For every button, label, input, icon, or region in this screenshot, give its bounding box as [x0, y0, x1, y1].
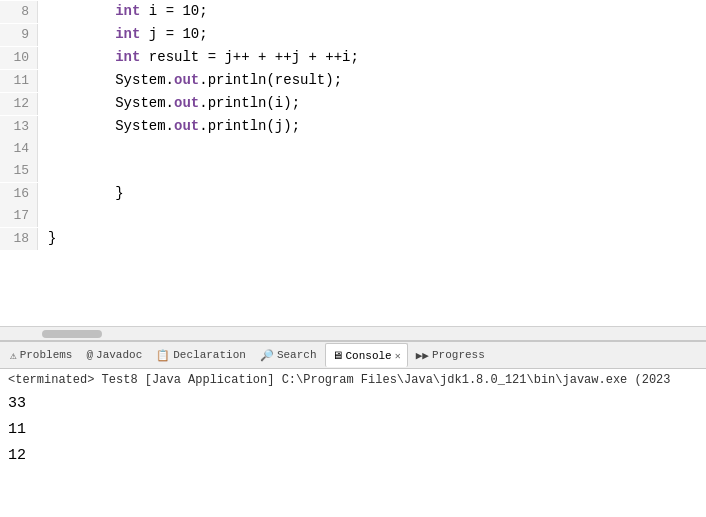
line-code: int j = 10;	[38, 23, 208, 45]
editor-scrollbar[interactable]	[0, 326, 706, 340]
tab-search[interactable]: 🔎Search	[254, 343, 323, 367]
console-output-line: 12	[8, 443, 698, 469]
line-code: System.out.println(i);	[38, 92, 300, 114]
scrollbar-thumb[interactable]	[42, 330, 102, 338]
code-content: 8 int i = 10;9 int j = 10;10 int result …	[0, 0, 706, 326]
code-line: 8 int i = 10;	[0, 0, 706, 23]
line-number: 9	[0, 24, 38, 46]
line-number: 17	[0, 205, 38, 227]
line-number: 13	[0, 116, 38, 138]
code-line: 10 int result = j++ + ++j + ++i;	[0, 46, 706, 69]
javadoc-label: Javadoc	[96, 349, 142, 361]
code-line: 12 System.out.println(i);	[0, 92, 706, 115]
code-line: 16 }	[0, 182, 706, 205]
code-line: 9 int j = 10;	[0, 23, 706, 46]
problems-icon: ⚠	[10, 349, 17, 362]
console-output-line: 11	[8, 417, 698, 443]
console-header: <terminated> Test8 [Java Application] C:…	[8, 373, 698, 387]
javadoc-icon: @	[86, 349, 93, 361]
code-line: 13 System.out.println(j);	[0, 115, 706, 138]
line-number: 18	[0, 228, 38, 250]
progress-icon: ▶▶	[416, 349, 429, 362]
line-number: 12	[0, 93, 38, 115]
code-line: 11 System.out.println(result);	[0, 69, 706, 92]
console-output: 331112	[8, 391, 698, 469]
line-number: 16	[0, 183, 38, 205]
line-code: System.out.println(result);	[38, 69, 342, 91]
line-code: System.out.println(j);	[38, 115, 300, 137]
line-number: 11	[0, 70, 38, 92]
editor-area: 8 int i = 10;9 int j = 10;10 int result …	[0, 0, 706, 341]
console-icon: 🖥	[332, 349, 343, 362]
declaration-icon: 📋	[156, 349, 170, 362]
line-code: int result = j++ + ++j + ++i;	[38, 46, 359, 68]
line-code: int i = 10;	[38, 0, 208, 22]
tab-console[interactable]: 🖥Console ✕	[325, 343, 408, 367]
tab-progress[interactable]: ▶▶Progress	[410, 343, 491, 367]
progress-label: Progress	[432, 349, 485, 361]
tab-problems[interactable]: ⚠Problems	[4, 343, 78, 367]
code-line: 18}	[0, 227, 706, 250]
console-close-icon[interactable]: ✕	[395, 350, 401, 362]
problems-label: Problems	[20, 349, 73, 361]
search-icon: 🔎	[260, 349, 274, 362]
declaration-label: Declaration	[173, 349, 246, 361]
console-label: Console	[346, 350, 392, 362]
search-label: Search	[277, 349, 317, 361]
line-number: 14	[0, 138, 38, 160]
code-line: 15	[0, 160, 706, 182]
line-code: }	[38, 182, 124, 204]
console-area: <terminated> Test8 [Java Application] C:…	[0, 369, 706, 517]
tab-javadoc[interactable]: @Javadoc	[80, 343, 148, 367]
console-output-line: 33	[8, 391, 698, 417]
line-number: 10	[0, 47, 38, 69]
code-line: 17	[0, 205, 706, 227]
line-number: 8	[0, 1, 38, 23]
tab-declaration[interactable]: 📋Declaration	[150, 343, 252, 367]
code-line: 14	[0, 138, 706, 160]
line-number: 15	[0, 160, 38, 182]
line-code: }	[38, 227, 56, 249]
tab-bar: ⚠Problems@Javadoc📋Declaration🔎Search🖥Con…	[0, 341, 706, 369]
